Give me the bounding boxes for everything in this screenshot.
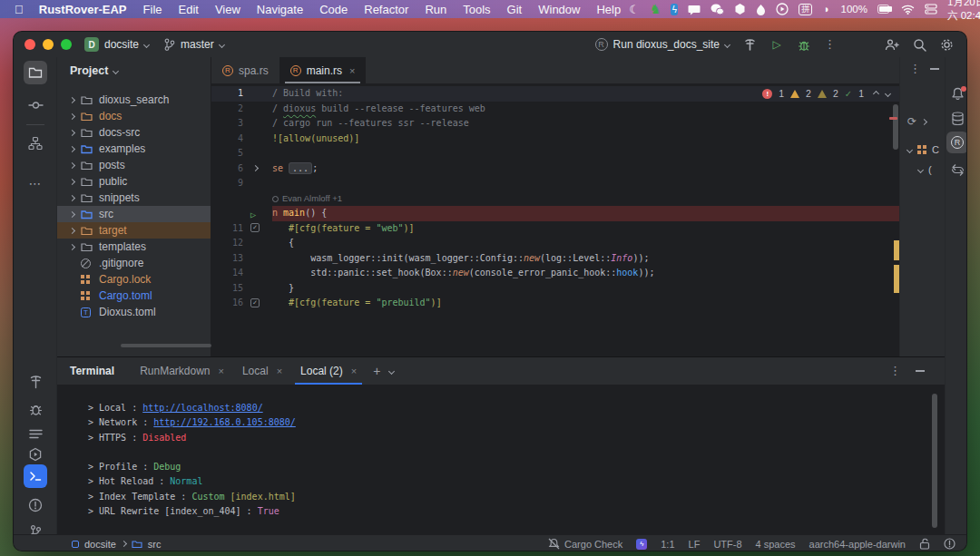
menu-refactor[interactable]: Refactor xyxy=(356,3,416,16)
dioxus-icon[interactable]: ϟ xyxy=(636,539,647,550)
menu-edit[interactable]: Edit xyxy=(171,3,207,16)
inspections-widget[interactable]: ! 1 2 2 ✓ 1 xyxy=(762,88,890,99)
line-number[interactable]: 14 xyxy=(211,266,248,281)
prev-problem-icon[interactable] xyxy=(873,90,879,96)
tree-item-templates[interactable]: templates xyxy=(57,239,211,255)
close-tab-icon[interactable]: × xyxy=(349,65,355,76)
screen-time-icon[interactable]: ◗ xyxy=(822,3,830,16)
cargo-check-widget[interactable]: Cargo Check xyxy=(548,538,622,550)
caret-position-widget[interactable]: 1:1 xyxy=(661,539,674,550)
zoom-window-button[interactable] xyxy=(61,39,72,50)
build-tool-button[interactable] xyxy=(24,370,47,394)
breadcrumb[interactable]: docsite src xyxy=(72,539,162,550)
terminal-title[interactable]: Terminal xyxy=(70,365,114,377)
tree-item-dioxus-toml[interactable]: TDioxus.toml xyxy=(57,304,211,320)
problems-tool-button[interactable] xyxy=(24,493,47,517)
tree-item-src[interactable]: src xyxy=(57,206,211,222)
menu-run[interactable]: Run xyxy=(416,3,455,16)
settings-gear-icon[interactable] xyxy=(939,37,954,52)
gutter-checkbox[interactable]: ✓ xyxy=(250,223,260,232)
breadcrumb-project[interactable]: docsite xyxy=(84,539,116,550)
close-tab-icon[interactable]: × xyxy=(351,366,357,376)
hexagon-app-icon[interactable] xyxy=(734,3,746,16)
close-tab-icon[interactable]: × xyxy=(219,366,224,376)
tree-item-gitignore[interactable]: .gitignore xyxy=(57,255,211,271)
indent-widget[interactable]: 4 spaces xyxy=(756,539,796,550)
terminal-output[interactable]: > Local : http://localhost:8080/> Networ… xyxy=(57,385,945,549)
wifi-icon[interactable] xyxy=(901,3,915,16)
input-method-badge[interactable]: 拼 xyxy=(799,4,812,15)
line-number[interactable]: 2 xyxy=(211,102,248,117)
line-number[interactable]: 11 xyxy=(211,221,248,237)
apple-menu-icon[interactable]:  xyxy=(15,3,24,16)
database-tool-button[interactable] xyxy=(946,108,967,130)
target-triple-widget[interactable]: aarch64-apple-darwin xyxy=(809,539,906,550)
line-separator-widget[interactable]: LF xyxy=(689,539,701,550)
commit-tool-button[interactable] xyxy=(24,93,47,117)
menu-bar-clock[interactable]: 1月20日 周六 02:46 xyxy=(947,0,980,23)
terminal-link[interactable]: http://localhost:8080/ xyxy=(142,403,262,413)
tree-item-posts[interactable]: posts xyxy=(57,157,211,173)
line-number[interactable] xyxy=(211,206,248,221)
hide-panel-icon[interactable] xyxy=(930,68,939,69)
code-with-me-icon[interactable] xyxy=(885,37,899,52)
editor-tab-spa-rs[interactable]: Rspa.rs xyxy=(211,57,279,83)
menu-navigate[interactable]: Navigate xyxy=(249,3,311,16)
project-tool-button[interactable] xyxy=(24,61,47,84)
menu-tools[interactable]: Tools xyxy=(455,3,498,16)
notifications-button[interactable] xyxy=(946,83,967,104)
menu-code[interactable]: Code xyxy=(311,3,356,16)
menu-file[interactable]: File xyxy=(135,3,171,16)
terminal-scrollbar[interactable] xyxy=(932,394,937,528)
hide-terminal-icon[interactable] xyxy=(916,370,925,371)
error-stripe-mark[interactable] xyxy=(889,117,897,120)
tree-item-cargo-lock[interactable]: Cargo.lock xyxy=(57,271,211,288)
unlock-icon[interactable] xyxy=(919,538,930,550)
menu-rustrover-eap[interactable]: RustRover-EAP xyxy=(31,3,135,16)
bolt-app-icon[interactable]: ϟ xyxy=(671,4,678,15)
terminal-tab-runmarkdown[interactable]: RunMarkdown× xyxy=(131,357,233,385)
project-panel-header[interactable]: Project xyxy=(57,57,211,84)
code-editor[interactable]: 1/ Build with:2/ dioxus build --release … xyxy=(211,84,899,356)
run-button[interactable]: ▷ xyxy=(769,37,784,52)
tree-item-snippets[interactable]: snippets xyxy=(57,190,211,206)
new-terminal-tab-button[interactable]: + xyxy=(366,364,387,378)
play-circle-icon[interactable] xyxy=(776,3,789,16)
tree-item-public[interactable]: public xyxy=(57,173,211,190)
terminal-options-icon[interactable]: ⋮ xyxy=(889,366,901,376)
horse-app-icon[interactable]: ♞ xyxy=(650,3,662,16)
search-everywhere-icon[interactable] xyxy=(912,37,926,52)
terminal-tool-button[interactable] xyxy=(24,464,47,488)
line-number[interactable]: 9 xyxy=(211,176,248,191)
drop-app-icon[interactable] xyxy=(756,3,766,16)
tree-item-cargo-toml[interactable]: Cargo.toml xyxy=(57,288,211,304)
minimize-window-button[interactable] xyxy=(43,39,54,50)
cargo-tool-button-selected[interactable]: R xyxy=(946,132,967,153)
tree-item-docs-src[interactable]: docs-src xyxy=(57,124,211,141)
debug-tool-button[interactable] xyxy=(24,397,47,421)
line-number[interactable]: 12 xyxy=(211,236,248,251)
line-number[interactable]: 1 xyxy=(211,86,248,102)
messages-icon[interactable] xyxy=(688,3,701,16)
line-number[interactable]: 4 xyxy=(211,132,248,147)
debug-button[interactable] xyxy=(797,37,811,52)
next-problem-icon[interactable] xyxy=(885,90,891,96)
more-tool-windows-button[interactable]: ⋯ xyxy=(24,171,47,195)
terminal-tab-local-2[interactable]: Local (2)× xyxy=(291,357,366,385)
inspections-status-icon[interactable] xyxy=(944,538,956,550)
tree-item-target[interactable]: target xyxy=(57,222,211,239)
breadcrumb-dir[interactable]: src xyxy=(148,539,162,550)
encoding-widget[interactable]: UTF-8 xyxy=(713,539,741,550)
structure-tool-button[interactable] xyxy=(24,132,47,155)
menu-view[interactable]: View xyxy=(207,3,249,16)
cargo-panel-options-icon[interactable]: ⋮ xyxy=(909,64,921,73)
line-number[interactable]: 16 xyxy=(211,296,248,311)
line-number[interactable]: 6 xyxy=(211,161,248,177)
fold-chevron-icon[interactable] xyxy=(252,164,259,171)
cargo-tree-row[interactable]: C xyxy=(900,144,939,155)
project-horizontal-scrollbar[interactable] xyxy=(121,344,211,347)
terminal-tab-dropdown-icon[interactable] xyxy=(388,367,395,374)
cargo-tree-row[interactable]: ( xyxy=(900,164,932,175)
line-number[interactable]: 13 xyxy=(211,251,248,267)
run-configuration-selector[interactable]: R Run dioxus_docs_site xyxy=(595,38,730,51)
